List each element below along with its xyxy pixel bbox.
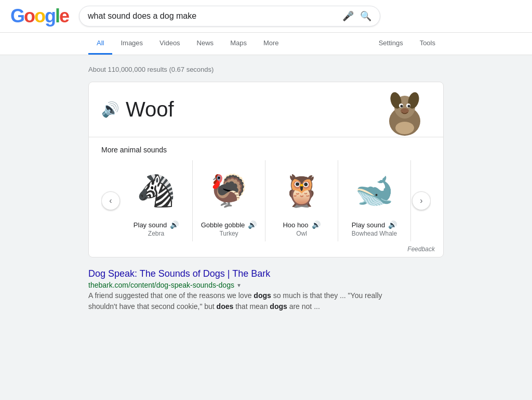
google-logo[interactable]: Google (10, 5, 69, 27)
carousel-next-button[interactable]: › (412, 191, 431, 210)
more-sounds-title: More animal sounds (101, 146, 431, 154)
zebra-play-button[interactable]: 🔊 (170, 221, 179, 229)
animal-card-owl: 🦉 Hoo hoo 🔊 Owl (265, 160, 338, 241)
zebra-name: Zebra (148, 230, 164, 237)
nav-right: Settings Tools (370, 33, 444, 55)
search-result: Dog Speak: The Sounds of Dogs | The Bark… (88, 268, 400, 312)
animal-card-zebra: 🦓 Play sound 🔊 Zebra (120, 160, 193, 241)
result-url-dropdown-icon[interactable]: ▼ (236, 282, 242, 288)
search-icons: 🎤 🔍 (342, 10, 371, 22)
zebra-image: 🦓 (130, 164, 182, 216)
knowledge-card: 🔊 Woof (88, 82, 444, 257)
whale-play-button[interactable]: 🔊 (388, 221, 397, 229)
result-url: thebark.com/content/dog-speak-sounds-dog… (88, 281, 400, 289)
tab-all[interactable]: All (88, 33, 112, 55)
microphone-icon[interactable]: 🎤 (342, 10, 354, 22)
header: Google 🎤 🔍 (0, 0, 532, 33)
carousel-prev-button[interactable]: ‹ (101, 191, 120, 210)
tab-maps[interactable]: Maps (222, 33, 255, 55)
whale-sound-row: Play sound 🔊 (352, 221, 397, 229)
whale-sound-label: Play sound (352, 221, 385, 229)
card-main: 🔊 Woof (89, 82, 443, 137)
animal-card-turkey: 🦃 Gobble gobble 🔊 Turkey (193, 160, 265, 241)
owl-sound-label: Hoo hoo (283, 221, 308, 229)
result-title[interactable]: Dog Speak: The Sounds of Dogs | The Bark (88, 268, 270, 279)
nav-tabs: All Images Videos News Maps More Setting… (0, 33, 532, 55)
tab-more[interactable]: More (255, 33, 287, 55)
feedback-row: Feedback (89, 241, 443, 257)
feedback-link[interactable]: Feedback (407, 246, 435, 253)
zebra-sound-label: Play sound (134, 221, 167, 229)
owl-sound-row: Hoo hoo 🔊 (283, 221, 320, 229)
results-count: About 110,000,000 results (0.67 seconds) (88, 66, 444, 73)
tab-images[interactable]: Images (112, 33, 151, 55)
search-input[interactable] (88, 11, 342, 21)
animal-card-whale: 🐋 Play sound 🔊 Bowhead Whale (338, 160, 411, 241)
tab-news[interactable]: News (189, 33, 222, 55)
result-url-text: thebark.com/content/dog-speak-sounds-dog… (88, 281, 234, 289)
turkey-play-button[interactable]: 🔊 (248, 221, 257, 229)
turkey-sound-label: Gobble gobble (201, 221, 245, 229)
result-snippet: A friend suggested that one of the reaso… (88, 290, 400, 312)
turkey-name: Turkey (219, 230, 238, 237)
tab-videos[interactable]: Videos (151, 33, 189, 55)
turkey-image: 🦃 (203, 164, 255, 216)
owl-play-button[interactable]: 🔊 (312, 221, 321, 229)
svg-point-9 (395, 122, 414, 134)
tab-tools[interactable]: Tools (411, 33, 444, 55)
dog-illustration (379, 87, 431, 139)
tab-settings[interactable]: Settings (370, 33, 411, 55)
dog-svg (379, 87, 431, 139)
whale-name: Bowhead Whale (352, 230, 397, 237)
svg-point-7 (408, 105, 410, 108)
animals-carousel: ‹ 🦓 Play sound 🔊 Zebra 🦃 (101, 160, 431, 241)
search-button-icon[interactable]: 🔍 (360, 10, 371, 22)
turkey-sound-row: Gobble gobble 🔊 (201, 221, 257, 229)
speaker-icon[interactable]: 🔊 (101, 101, 119, 118)
woof-text: Woof (126, 98, 174, 121)
main-content: About 110,000,000 results (0.67 seconds)… (0, 55, 532, 367)
owl-image: 🦉 (276, 164, 328, 216)
whale-image: 🐋 (349, 164, 401, 216)
svg-point-6 (401, 105, 403, 108)
zebra-sound-row: Play sound 🔊 (134, 221, 179, 229)
search-bar: 🎤 🔍 (79, 6, 380, 27)
owl-name: Owl (296, 230, 307, 237)
animals-list: 🦓 Play sound 🔊 Zebra 🦃 Gobble gobble 🔊 (120, 160, 412, 241)
more-sounds-section: More animal sounds ‹ 🦓 Play sound 🔊 Zebr… (89, 137, 443, 241)
